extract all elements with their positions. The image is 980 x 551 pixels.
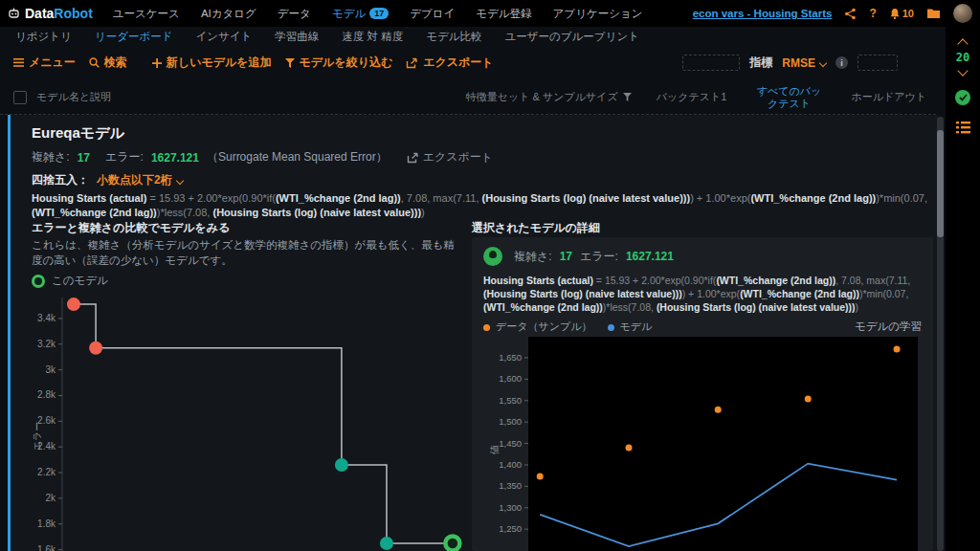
model-pin-icon <box>483 247 502 266</box>
scrollbar-track[interactable] <box>937 117 944 551</box>
metric-label: 指標 <box>749 55 772 71</box>
svg-text:1.6k: 1.6k <box>37 544 56 551</box>
tab-user-blueprints[interactable]: ユーザーのブループリント <box>494 30 651 44</box>
bell-icon <box>889 8 901 20</box>
tab-insights[interactable]: インサイト <box>184 30 263 44</box>
svg-text:1.8k: 1.8k <box>37 518 56 529</box>
rail-model-count: 20 <box>956 51 969 64</box>
search-icon <box>89 57 100 68</box>
add-model-button[interactable]: 新しいモデルを追加 <box>152 55 272 71</box>
model-title: Eureqaモデル <box>32 124 124 143</box>
export-icon <box>406 57 418 69</box>
error-vs-complexity-chart[interactable]: 3.4k3.2k3k2.8k2.6k2.4k2.2k2k1.8k1.6kエラー <box>32 293 472 551</box>
project-link[interactable]: econ vars - Housing Starts <box>693 8 833 19</box>
svg-text:値: 値 <box>489 445 500 455</box>
nav-use-cases[interactable]: ユースケース <box>102 7 190 21</box>
robot-icon <box>8 7 20 20</box>
rail-chevron-down-icon[interactable] <box>957 65 968 76</box>
legend-model: モデル <box>608 320 653 334</box>
model-formula: Housing Starts (actual) = 15.93 + 2.00*e… <box>32 191 929 220</box>
tab-learning-curves[interactable]: 学習曲線 <box>263 30 330 44</box>
nav-deploy[interactable]: デプロイ <box>399 7 465 21</box>
svg-text:1,400: 1,400 <box>499 459 522 470</box>
error-complexity-description: これらは、複雑さ（分析モデルのサイズと数学的複雑さの指標）が最も低く、最も精度の… <box>32 237 460 268</box>
placeholder-box-left <box>682 55 740 71</box>
notifications-button[interactable]: 10 <box>889 8 914 20</box>
leaderboard-header: モデル名と説明 特徴量セット & サンプルサイズ バックテスト1 すべてのバック… <box>0 80 936 115</box>
tab-leaderboard[interactable]: リーダーボード <box>83 30 185 44</box>
nav-models[interactable]: モデル17 <box>322 7 399 21</box>
selected-model-meta: 複雑さ: 17 エラー: 1627.121 <box>483 247 674 266</box>
datarobot-logo[interactable]: DataRobot <box>0 6 102 21</box>
this-model-label: このモデル <box>52 274 108 288</box>
eureqa-model-card: Eureqaモデル 複雑さ: 17 エラー: 1627.121 （Surroga… <box>8 115 938 551</box>
select-all-checkbox[interactable] <box>13 91 27 104</box>
search-button[interactable]: 検索 <box>89 55 127 71</box>
list-icon[interactable] <box>956 121 970 138</box>
model-fit-chart[interactable]: 1,6501,6001,5501,5001,4501,4001,3501,300… <box>487 337 925 551</box>
this-model-ring-icon <box>32 275 45 288</box>
blue-dot-icon <box>608 324 614 331</box>
right-rail: 20 <box>946 27 980 551</box>
tab-speed-vs-accuracy[interactable]: 速度 対 精度 <box>330 30 414 44</box>
complexity-label: 複雑さ: <box>32 149 70 165</box>
complexity-label: 複雑さ: <box>514 249 552 265</box>
complexity-value: 17 <box>78 151 90 165</box>
share-icon[interactable] <box>844 8 857 20</box>
svg-text:1,500: 1,500 <box>499 416 522 427</box>
model-export-button[interactable]: エクスポート <box>407 149 493 165</box>
selected-model-detail-card: 複雑さ: 17 エラー: 1627.121 Housing Starts (ac… <box>472 237 933 551</box>
svg-text:2.2k: 2.2k <box>37 467 56 477</box>
svg-text:3.4k: 3.4k <box>37 313 56 323</box>
user-avatar[interactable] <box>953 4 972 23</box>
column-model-name: モデル名と説明 <box>36 90 111 104</box>
error-metric-name: （Surrogate Mean Squared Error） <box>207 149 388 165</box>
nav-model-registry[interactable]: モデル登録 <box>465 7 542 21</box>
metric-selector[interactable]: RMSE <box>782 56 826 70</box>
column-featureset[interactable]: 特徴量セット & サンプルサイズ <box>466 90 632 104</box>
column-holdout[interactable]: ホールドアウト <box>851 90 926 104</box>
orange-dot-icon <box>483 324 490 331</box>
error-value: 1627.121 <box>626 250 674 263</box>
legend-data-sample: データ（サンプル） <box>483 320 592 334</box>
funnel-icon <box>285 58 295 68</box>
model-learning-link[interactable]: モデルの学習 <box>855 320 922 334</box>
model-meta-row: 複雑さ: 17 エラー: 1627.121 （Surrogate Mean Sq… <box>32 149 493 165</box>
top-nav: DataRobot ユースケース AIカタログ データ モデル17 デプロイ モ… <box>0 0 980 27</box>
leaderboard-toolbar: メニュー 検索 新しいモデルを追加 モデルを絞り込む エクスポート 指標 RMS… <box>0 47 944 78</box>
svg-text:2.8k: 2.8k <box>37 389 56 400</box>
nav-applications[interactable]: アプリケーション <box>543 7 654 21</box>
check-circle-icon[interactable] <box>955 90 970 105</box>
nav-ai-catalog[interactable]: AIカタログ <box>190 7 267 21</box>
menu-button[interactable]: メニュー <box>13 55 76 71</box>
svg-text:3.2k: 3.2k <box>37 339 56 349</box>
svg-text:1,650: 1,650 <box>499 352 522 363</box>
svg-text:1,350: 1,350 <box>499 480 522 491</box>
nav-data[interactable]: データ <box>267 7 322 21</box>
brand-part2: Robot <box>54 6 92 21</box>
info-icon[interactable]: i <box>835 56 848 69</box>
placeholder-box-right <box>858 55 898 71</box>
folder-icon[interactable] <box>926 8 941 19</box>
column-all-backtests[interactable]: すべてのバックテスト <box>751 85 826 110</box>
selected-model-formula: Housing Starts (actual) = 15.93 + 2.00*e… <box>483 274 920 314</box>
column-backtest1[interactable]: バックテスト1 <box>657 90 727 104</box>
rounding-row: 四捨五入： 小数点以下2桁 <box>32 172 183 188</box>
tab-repository[interactable]: リポジトリ <box>4 30 83 44</box>
complexity-value: 17 <box>560 250 572 263</box>
error-complexity-title: エラーと複雑さの比較でモデルをみる <box>32 220 230 236</box>
error-value: 1627.121 <box>151 151 199 165</box>
filter-models-button[interactable]: モデルを絞り込む <box>285 55 393 71</box>
rail-chevron-up-icon[interactable] <box>957 38 968 49</box>
menu-icon <box>13 58 24 67</box>
scrollbar-thumb[interactable] <box>937 130 944 237</box>
tab-model-comparison[interactable]: モデル比較 <box>414 30 493 44</box>
rounding-selector[interactable]: 小数点以下2桁 <box>97 172 183 188</box>
chevron-down-icon <box>175 176 183 184</box>
help-icon[interactable]: ? <box>869 7 876 20</box>
export-button[interactable]: エクスポート <box>406 55 493 71</box>
model-count-badge: 17 <box>369 8 389 19</box>
error-label: エラー: <box>580 249 618 265</box>
svg-text:1,550: 1,550 <box>499 395 522 406</box>
export-icon <box>407 152 419 164</box>
